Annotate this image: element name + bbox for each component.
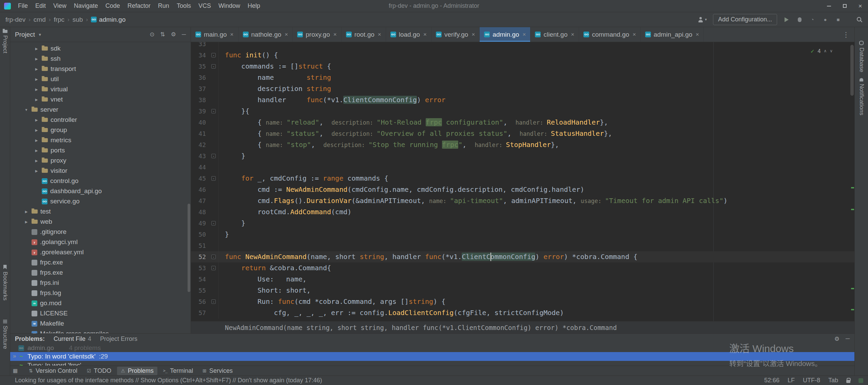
search-icon[interactable]: [856, 17, 863, 23]
inspections-widget[interactable]: ✓ 4 ∧ ∨: [808, 45, 835, 57]
tree-item-frps-log[interactable]: frps.log: [10, 288, 191, 298]
code-line-49[interactable]: 49- }: [191, 218, 854, 229]
hide-panel-icon[interactable]: ─: [846, 335, 850, 342]
tree-item-frps-ini[interactable]: frps.ini: [10, 278, 191, 288]
fold-icon[interactable]: -: [209, 50, 218, 61]
menu-code[interactable]: Code: [102, 0, 124, 12]
close-button[interactable]: ×: [852, 0, 868, 12]
code-line-51[interactable]: 51: [191, 240, 854, 251]
locate-file-icon[interactable]: ⊙: [150, 31, 154, 38]
tree-item-golangci-yml[interactable]: y.golangci.yml: [10, 237, 191, 247]
close-icon[interactable]: ×: [633, 31, 636, 38]
tool-button-project-stripe[interactable]: Project: [0, 30, 10, 53]
problem-row[interactable]: GOadmin.go4 problems: [10, 344, 854, 352]
tree-item-service-go[interactable]: GOservice.go: [10, 196, 191, 206]
close-icon[interactable]: ×: [333, 31, 337, 38]
menu-tools[interactable]: Tools: [173, 0, 195, 12]
tree-item-web[interactable]: ▶web: [10, 217, 191, 227]
tab-verify-go[interactable]: GOverify.go×: [431, 27, 480, 42]
minimize-button[interactable]: [821, 0, 837, 12]
code-line-56[interactable]: 56- Run: func(cmd *cobra.Command, args […: [191, 296, 854, 307]
chevron-down-icon[interactable]: ▼: [38, 33, 42, 37]
code-line-46[interactable]: 46 cmd := NewAdminCommand(cmdConfig.name…: [191, 184, 854, 195]
tree-item-visitor[interactable]: ▶visitor: [10, 166, 191, 176]
problem-row[interactable]: ~Typo: In word 'frpc': [10, 361, 854, 366]
tree-item-group[interactable]: ▶group: [10, 125, 191, 135]
tree-item-proxy[interactable]: ▶proxy: [10, 155, 191, 166]
status-message[interactable]: Looking for usages of the interface meth…: [15, 377, 322, 384]
tool-button-services[interactable]: ⊞Services: [199, 367, 236, 375]
tree-item-ssh[interactable]: ▶ssh: [10, 54, 191, 64]
code-line-47[interactable]: 47 cmd.Flags().DurationVar(&adminAPITime…: [191, 195, 854, 206]
tab-command-go[interactable]: GOcommand.go×: [579, 27, 641, 42]
expand-toolbar-icon[interactable]: »: [13, 353, 16, 360]
chevron-right-icon[interactable]: ▶: [34, 88, 39, 91]
tree-item-dashboard-api-go[interactable]: GOdashboard_api.go: [10, 186, 191, 196]
tree-item-sdk[interactable]: ▶sdk: [10, 43, 191, 54]
chevron-right-icon[interactable]: ▶: [34, 118, 39, 122]
problems-tab-project-errors[interactable]: Project Errors: [100, 335, 137, 343]
settings-icon[interactable]: ⚙: [171, 31, 176, 38]
menu-run[interactable]: Run: [154, 0, 173, 12]
chevron-right-icon[interactable]: ▶: [34, 169, 39, 173]
menu-edit[interactable]: Edit: [32, 0, 50, 12]
breadcrumb-item-admin-go[interactable]: GOadmin.go: [91, 16, 126, 23]
tree-item-makefile[interactable]: MMakefile: [10, 318, 191, 329]
tree-item-ports[interactable]: ▶ports: [10, 145, 191, 155]
tree-item-frpc-exe[interactable]: frpc.exe: [10, 257, 191, 268]
tree-item-go-mod[interactable]: mgo.mod: [10, 298, 191, 308]
close-icon[interactable]: ×: [471, 31, 475, 38]
code-line-34[interactable]: 34-func init() {: [191, 50, 854, 61]
code-line-44[interactable]: 44: [191, 162, 854, 173]
breadcrumb-item-frpc[interactable]: frpc: [54, 16, 64, 23]
vcs-change-mark[interactable]: [851, 187, 854, 188]
menu-window[interactable]: Window: [215, 0, 244, 12]
caret-position[interactable]: 52:66: [764, 377, 779, 384]
tool-button-bookmarks[interactable]: Bookmarks: [0, 265, 10, 300]
menu-view[interactable]: View: [50, 0, 70, 12]
indent-style[interactable]: Tab: [828, 377, 838, 384]
tree-item-server[interactable]: ▼server: [10, 105, 191, 115]
fold-icon[interactable]: -: [209, 251, 218, 262]
tree-item-test[interactable]: ▶test: [10, 206, 191, 217]
chevron-right-icon[interactable]: ▶: [34, 67, 39, 71]
code-line-36[interactable]: 36 name string: [191, 72, 854, 83]
breadcrumb-item-sub[interactable]: sub: [73, 16, 83, 23]
fold-icon[interactable]: -: [209, 296, 218, 307]
coverage-button[interactable]: ◔: [809, 16, 816, 23]
file-encoding[interactable]: UTF-8: [803, 377, 820, 384]
code-line-38[interactable]: 38 handler func(*v1.ClientCommonConfig) …: [191, 94, 854, 106]
code-line-52[interactable]: 52-func NewAdminCommand(name, short stri…: [191, 251, 854, 262]
tree-item-makefile-cross-compiles[interactable]: MMakefile.cross-compiles: [10, 329, 191, 333]
breadcrumb-item-frp-dev[interactable]: frp-dev: [5, 16, 25, 23]
code-editor[interactable]: 3334-func init() {35- commands := []stru…: [191, 42, 854, 321]
code-line-48[interactable]: 48 rootCmd.AddCommand(cmd): [191, 206, 854, 218]
code-line-54[interactable]: 54 Use: name,: [191, 274, 854, 285]
tree-item-vnet[interactable]: ▶vnet: [10, 94, 191, 105]
tool-button-notifications[interactable]: Notifications: [855, 78, 868, 115]
tree-item-virtual[interactable]: ▶virtual: [10, 84, 191, 94]
fold-icon[interactable]: -: [209, 106, 218, 117]
fold-icon[interactable]: -: [209, 150, 218, 162]
tab-main-go[interactable]: GOmain.go×: [191, 27, 238, 42]
tool-button-terminal[interactable]: >_Terminal: [159, 367, 197, 375]
profiler-button[interactable]: ●: [822, 16, 829, 23]
tree-item-transport[interactable]: ▶transport: [10, 64, 191, 74]
tab-nathole-go[interactable]: GOnathole.go×: [238, 27, 293, 42]
menu-refactor[interactable]: Refactor: [124, 0, 154, 12]
line-separator[interactable]: LF: [788, 377, 795, 384]
chevron-right-icon[interactable]: ▶: [24, 220, 29, 224]
chevron-right-icon[interactable]: ▶: [34, 57, 39, 61]
tab-proxy-go[interactable]: GOproxy.go×: [293, 27, 341, 42]
read-only-lock-icon[interactable]: [846, 380, 850, 383]
code-line-39[interactable]: 39- }{: [191, 106, 854, 117]
collapse-all-icon[interactable]: ⇅: [160, 31, 165, 38]
settings-icon[interactable]: ⚙: [834, 335, 840, 343]
menu-vcs[interactable]: VCS: [195, 0, 215, 12]
menu-file[interactable]: File: [14, 0, 32, 12]
tree-item-goreleaser-yml[interactable]: y.goreleaser.yml: [10, 247, 191, 257]
chevron-right-icon[interactable]: ▶: [34, 128, 39, 132]
code-with-me-button[interactable]: ▾: [698, 17, 707, 22]
stop-button[interactable]: ■: [835, 16, 842, 23]
code-line-53[interactable]: 53- return &cobra.Command{: [191, 262, 854, 274]
